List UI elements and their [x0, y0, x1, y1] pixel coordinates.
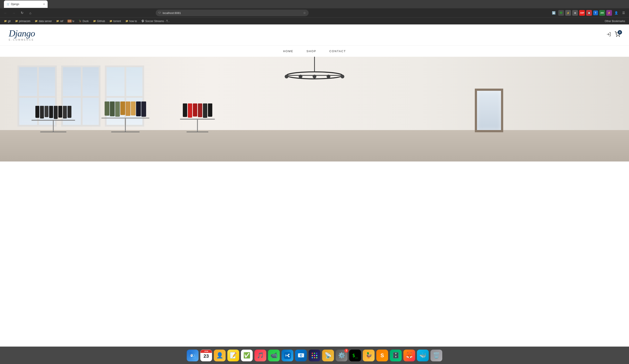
- floor: [0, 130, 629, 162]
- tab-close-button[interactable]: ✕: [43, 3, 45, 6]
- dock-item-launchpad[interactable]: [309, 350, 320, 361]
- bookmark-star-icon[interactable]: ☆: [303, 11, 306, 15]
- tab-bar: 🛒 Django ✕: [0, 0, 629, 8]
- dock-item-vscode[interactable]: [282, 350, 293, 361]
- dock-item-firefox[interactable]: 🦊: [403, 350, 415, 361]
- svg-point-9: [313, 75, 316, 78]
- address-bar-row: ← → ↻ ⌂ 🛡 localhost:8081 ☆ ⬇️ 🛡 ⚡ ⊞ ABP …: [0, 8, 629, 17]
- dock-item-sublime[interactable]: S: [376, 350, 388, 361]
- home-button[interactable]: ⌂: [27, 10, 34, 16]
- dock-item-wireless[interactable]: 📡: [322, 350, 334, 361]
- logo-subtitle: E-COMMERCE: [9, 38, 34, 41]
- bookmark-label-git: git: [8, 20, 11, 23]
- red-ext-icon[interactable]: 🔲: [586, 10, 592, 16]
- back-button[interactable]: ←: [2, 10, 9, 16]
- shield-ext-icon[interactable]: 🛡: [558, 10, 564, 16]
- refresh-button[interactable]: ↻: [19, 10, 25, 16]
- bookmark-duck-icon: 🦆: [79, 20, 82, 22]
- bookmark-label-primacom: primacom: [19, 20, 30, 23]
- hero-image: [0, 57, 629, 162]
- extensions-button[interactable]: ⬇️: [551, 10, 557, 16]
- clothing-racks: [31, 101, 629, 132]
- svg-point-1: [617, 36, 617, 37]
- bookmark-item-git[interactable]: 📁 git: [2, 19, 12, 23]
- bookmark-item-how-to[interactable]: 📁 how to: [124, 19, 139, 23]
- chandelier: [280, 57, 349, 92]
- dock-item-terminal[interactable]: $_: [349, 350, 361, 361]
- dock-item-tableplus[interactable]: 🗄️: [390, 350, 402, 361]
- account-button[interactable]: 👤: [613, 10, 620, 16]
- website-content: Django E-COMMERCE 0: [0, 24, 629, 364]
- svg-point-23: [312, 355, 313, 356]
- bookmark-label-soccer: Soccer Streams - T...: [145, 20, 170, 23]
- bookmark-label-github: GitHub: [97, 20, 105, 23]
- bookmark-folder-icon: 📁: [56, 20, 59, 22]
- logo-area[interactable]: Django E-COMMERCE: [9, 29, 35, 41]
- bookmark-label-duck: Duck: [83, 20, 88, 23]
- bookmark-soccer-icon: ⚽: [141, 20, 144, 22]
- bookmark-item-lv[interactable]: LS lv: [66, 19, 76, 23]
- blue-t-ext-icon[interactable]: T: [593, 10, 598, 15]
- dock-item-reminders[interactable]: ✅: [241, 350, 253, 361]
- dock-item-outlook[interactable]: 📧: [295, 350, 307, 361]
- adblock-ext-icon[interactable]: ABP: [579, 10, 585, 16]
- bookmark-lv-icon: LS: [67, 20, 71, 22]
- cart-count-badge: 0: [618, 30, 622, 34]
- toolbar-right: ⬇️ 🛡 ⚡ ⊞ ABP 🔲 T 200 ⚡ 👤 ☰: [551, 10, 627, 16]
- tab-overview-icon[interactable]: ⊞: [572, 10, 578, 16]
- tab-favicon: 🛒: [6, 3, 9, 6]
- dock-item-settings[interactable]: ⚙️ 2: [336, 350, 347, 361]
- nav-link-contact[interactable]: CONTACT: [329, 50, 346, 53]
- svg-point-20: [312, 353, 313, 354]
- svg-point-27: [314, 357, 315, 358]
- bookmark-folder-icon: 📁: [15, 20, 18, 22]
- purple-ext-icon[interactable]: ⚡: [606, 10, 612, 16]
- settings-badge: 2: [344, 349, 348, 353]
- dock-item-cyberduck[interactable]: 🦆: [363, 350, 375, 361]
- bookmark-item-soccer[interactable]: ⚽ Soccer Streams - T...: [140, 19, 171, 23]
- bookmark-folder-icon: 📁: [35, 20, 38, 22]
- svg-point-21: [314, 353, 315, 354]
- logo-text: Django: [9, 29, 35, 38]
- bookmark-label-how-to: how to: [129, 20, 137, 23]
- svg-point-11: [340, 75, 344, 78]
- bookmark-label-data-server: data server: [39, 20, 52, 23]
- bookmark-folder-icon: 📁: [4, 20, 7, 22]
- bookmark-item-ref[interactable]: 📁 ref: [54, 19, 65, 23]
- nav-link-shop[interactable]: SHOP: [307, 50, 316, 53]
- clothing-rack-3: [180, 103, 215, 132]
- bookmark-item-primacom[interactable]: 📁 primacom: [13, 19, 32, 23]
- browser-chrome: 🛒 Django ✕ ← → ↻ ⌂ 🛡 localhost:8081 ☆ ⬇️…: [0, 0, 629, 24]
- dock-item-facetime[interactable]: 📹: [268, 350, 280, 361]
- dock-item-notes[interactable]: 📝: [227, 350, 239, 361]
- bookmark-item-torrent[interactable]: 📁 torrent: [108, 19, 123, 23]
- svg-point-18: [193, 355, 194, 356]
- svg-point-25: [316, 355, 317, 356]
- dock-item-music[interactable]: 🎵: [254, 350, 266, 361]
- site-header: Django E-COMMERCE 0: [0, 24, 629, 46]
- svg-point-7: [285, 75, 288, 78]
- dock-item-calendar[interactable]: JAN 23: [200, 350, 212, 361]
- dock-item-finder[interactable]: [187, 350, 198, 361]
- header-right: 0: [606, 31, 620, 38]
- reader-ext-icon[interactable]: ⚡: [565, 10, 571, 16]
- address-bar[interactable]: 🛡 localhost:8081 ☆: [156, 10, 309, 16]
- forward-button[interactable]: →: [10, 10, 17, 16]
- cart-button[interactable]: 0: [615, 31, 620, 38]
- other-bookmarks-folder[interactable]: Other Bookmarks: [603, 19, 627, 23]
- bookmark-item-duck[interactable]: 🦆 Duck: [77, 19, 90, 23]
- dock-item-trash[interactable]: 🗑️: [431, 350, 442, 361]
- green-ext-icon[interactable]: 200: [599, 10, 605, 16]
- svg-point-2: [619, 36, 620, 37]
- active-tab[interactable]: 🛒 Django ✕: [4, 0, 48, 8]
- menu-button[interactable]: ☰: [621, 10, 627, 16]
- url-text: localhost:8081: [163, 11, 181, 15]
- bookmark-item-data-server[interactable]: 📁 data server: [33, 19, 53, 23]
- login-button[interactable]: [606, 32, 611, 38]
- nav-link-home[interactable]: HOME: [283, 50, 293, 53]
- dock-item-contacts[interactable]: 👤: [214, 350, 226, 361]
- bookmark-label-lv: lv: [72, 20, 74, 23]
- hero-scene: [0, 57, 629, 162]
- bookmark-item-github[interactable]: 📁 GitHub: [91, 19, 107, 23]
- dock-item-docker[interactable]: 🐳: [417, 350, 429, 361]
